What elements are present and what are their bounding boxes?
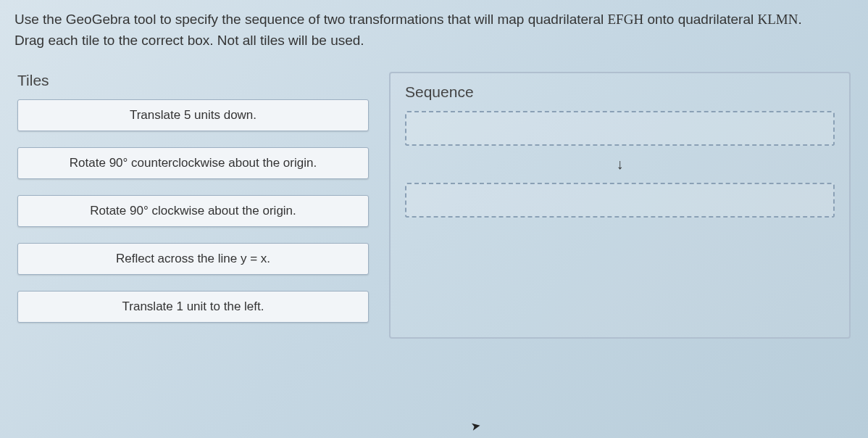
tile-rotate-ccw[interactable]: Rotate 90° counterclockwise about the or…	[17, 147, 369, 179]
instruction-line-2: Drag each tile to the correct box. Not a…	[14, 30, 854, 51]
tiles-panel-title: Tiles	[17, 72, 369, 89]
sequence-panel: Sequence ↓	[389, 72, 851, 339]
tile-translate-left[interactable]: Translate 1 unit to the left.	[17, 291, 369, 323]
tile-label: Translate 1 unit to the left.	[122, 299, 264, 313]
sequence-drop-2[interactable]	[405, 183, 835, 218]
panels-container: Tiles Translate 5 units down. Rotate 90°…	[0, 65, 868, 339]
shape-name-klmn: KLMN	[758, 12, 798, 27]
instruction-text: .	[798, 12, 801, 27]
tile-label: Reflect across the line y = x.	[116, 252, 270, 265]
sequence-drop-1[interactable]	[405, 111, 835, 146]
sequence-panel-title: Sequence	[405, 83, 835, 101]
tile-translate-down[interactable]: Translate 5 units down.	[17, 99, 369, 131]
instruction-line-1: Use the GeoGebra tool to specify the seq…	[14, 9, 854, 30]
tile-reflect-y-equals-x[interactable]: Reflect across the line y = x.	[17, 243, 369, 275]
tile-label: Rotate 90° counterclockwise about the or…	[70, 156, 317, 170]
tile-label: Translate 5 units down.	[130, 108, 256, 122]
instructions-block: Use the GeoGebra tool to specify the seq…	[0, 0, 868, 65]
shape-name-efgh: EFGH	[607, 12, 643, 27]
tile-rotate-cw[interactable]: Rotate 90° clockwise about the origin.	[17, 195, 369, 227]
instruction-text: onto quadrilateral	[643, 12, 757, 27]
cursor-icon: ➤	[470, 418, 481, 434]
instruction-text: Use the GeoGebra tool to specify the seq…	[14, 12, 607, 27]
tiles-panel: Tiles Translate 5 units down. Rotate 90°…	[17, 72, 369, 339]
down-arrow-icon: ↓	[405, 150, 835, 178]
tile-label: Rotate 90° clockwise about the origin.	[90, 204, 296, 218]
